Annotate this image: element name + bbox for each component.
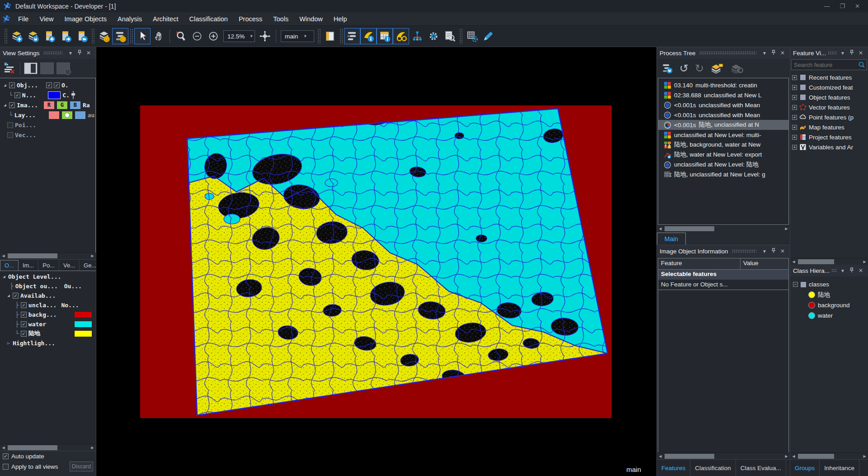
process-row[interactable]: 03.140 multi-threshold: creatin [658, 80, 788, 90]
maximize-button[interactable]: ❐ [840, 3, 845, 10]
pin-icon[interactable] [75, 50, 84, 56]
scroll-thumb[interactable] [665, 454, 714, 459]
zoom-level-combo[interactable]: 12.5% ▼ [223, 30, 255, 42]
process-row[interactable]: 陆地, water at New Level: export [658, 150, 788, 160]
blue-channel-cell[interactable] [75, 111, 86, 119]
toolbar-grip[interactable] [317, 29, 321, 44]
tree-row-image-data[interactable]: ◢ ✓ Ima... R G B Ra [1, 100, 95, 110]
toolbar-grip[interactable] [340, 29, 343, 44]
scroll-thumb[interactable] [8, 253, 57, 258]
tree-row-vectors[interactable]: Vec... [1, 130, 95, 140]
view-process-tree-button[interactable] [344, 28, 360, 44]
menu-image-objects[interactable]: Image Objects [60, 14, 112, 24]
scroll-right-icon[interactable]: ▶ [783, 454, 790, 458]
menu-architect[interactable]: Architect [148, 14, 183, 24]
scroll-left-icon[interactable]: ◀ [790, 260, 797, 264]
scroll-track[interactable] [797, 259, 861, 265]
apply-all-views-checkbox[interactable] [3, 464, 9, 470]
find-objects-button[interactable] [442, 28, 458, 44]
pin-icon[interactable] [769, 248, 778, 254]
expand-plus-icon[interactable]: + [792, 115, 797, 120]
zoom-select-button[interactable] [173, 28, 189, 44]
class-hierarchy-hscrollbar[interactable]: ◀ ▶ [790, 452, 868, 459]
panel-drag-handle[interactable] [831, 269, 836, 272]
pan-hand-button[interactable] [151, 28, 167, 44]
view-settings-hscrollbar[interactable]: ◀ ▶ [0, 252, 96, 259]
background-color-swatch[interactable] [74, 311, 92, 318]
feature-group-row[interactable]: + Vector features [792, 102, 868, 112]
save-process-icon[interactable] [661, 62, 673, 74]
auto-update-checkbox[interactable]: ✓ [3, 453, 9, 459]
feature-group-row[interactable]: + Variables and Ar [792, 142, 868, 152]
scroll-left-icon[interactable]: ◀ [657, 454, 664, 458]
tab-class-evaluation[interactable]: Class Evalua... [736, 460, 786, 476]
scroll-track[interactable] [664, 453, 783, 459]
transparency-slider-icon[interactable] [71, 91, 75, 99]
add-data-button[interactable] [41, 28, 57, 44]
feature-group-row[interactable]: + Point features (p [792, 112, 868, 122]
tree-row-background[interactable]: ├ ✓ backg... [0, 310, 96, 319]
panel-close-button[interactable]: ✕ [856, 50, 865, 56]
tab-classification[interactable]: Classification [690, 460, 736, 476]
expand-plus-icon[interactable]: + [792, 135, 797, 140]
scroll-left-icon[interactable]: ◀ [657, 227, 664, 231]
selectable-features-group-row[interactable]: Selectable features [658, 270, 788, 280]
panel-menu-button[interactable]: ▼ [760, 51, 769, 56]
checkbox[interactable] [7, 122, 13, 128]
blue-channel-header[interactable]: B [70, 101, 81, 109]
process-tree-toolbar-button[interactable] [112, 28, 128, 44]
panel-drag-handle[interactable] [699, 51, 757, 55]
map-combo[interactable]: main ▼ [281, 30, 314, 42]
expander-icon[interactable]: ◢ [6, 293, 11, 298]
expand-plus-icon[interactable]: + [792, 75, 797, 80]
feature-view-button[interactable] [377, 28, 393, 44]
scroll-left-icon[interactable]: ◀ [790, 454, 797, 458]
process-row-selected[interactable]: <0.001s 陆地, unclassified at N [658, 120, 788, 130]
pin-icon[interactable] [847, 50, 856, 56]
layout-compare-view-button[interactable] [57, 62, 70, 74]
tree-row-outline[interactable]: └ ✓ N... C. [1, 90, 95, 100]
expand-plus-icon[interactable]: + [792, 105, 797, 110]
edit-level-icon[interactable] [3, 62, 16, 75]
expand-plus-icon[interactable]: + [792, 95, 797, 100]
process-tree-hscrollbar[interactable]: ◀ ▶ [657, 225, 790, 232]
expander-icon[interactable]: ◢ [3, 83, 7, 87]
discard-button[interactable]: Discard [70, 462, 93, 471]
checkbox[interactable]: ✓ [14, 92, 20, 98]
tab-vectors[interactable]: Ve... [59, 261, 80, 271]
scroll-right-icon[interactable]: ▶ [861, 260, 868, 264]
tree-row-objects[interactable]: ◢ ✓ Obj... ✓ ✓ O. [1, 80, 95, 90]
save-project-button[interactable] [25, 28, 41, 44]
map-view-canvas[interactable]: main [96, 47, 656, 476]
toolbar-grip[interactable] [4, 29, 7, 44]
process-row[interactable]: unclassified at New Level: 陆地 [658, 160, 788, 170]
menu-classification[interactable]: Classification [184, 14, 232, 24]
red-channel-cell[interactable] [48, 111, 60, 119]
toolbar-grip[interactable] [130, 29, 133, 44]
red-channel-header[interactable]: R [43, 101, 55, 109]
zoom-in-button[interactable] [205, 28, 222, 44]
feature-group-row[interactable]: + Recent features [792, 72, 868, 82]
class-hierarchy-view-button[interactable] [393, 28, 409, 44]
scroll-track[interactable] [664, 226, 783, 232]
levels-hscrollbar[interactable]: ◀ ▶ [0, 444, 96, 451]
select-cursor-button[interactable] [134, 28, 151, 44]
panel-menu-button[interactable]: ▼ [760, 249, 769, 254]
panel-close-button[interactable]: ✕ [778, 248, 787, 254]
minimize-button[interactable]: — [824, 3, 830, 10]
menu-help[interactable]: Help [329, 14, 352, 24]
tab-inheritance[interactable]: Inheritance [820, 460, 859, 476]
image-object-info-hscrollbar[interactable]: ◀ ▶ [657, 452, 790, 459]
checkbox[interactable]: ✓ [9, 102, 15, 108]
tab-points[interactable]: Po... [38, 261, 59, 271]
open-workspace-button[interactable] [74, 28, 90, 44]
tree-row-water[interactable]: ├ ✓ water [0, 319, 96, 329]
water-color-swatch[interactable] [74, 321, 92, 328]
new-project-button[interactable] [9, 28, 25, 44]
feature-view-hscrollbar[interactable]: ◀ ▶ [790, 258, 868, 265]
object-hierarchy-button[interactable] [409, 28, 425, 44]
checkbox[interactable] [7, 132, 13, 138]
expand-plus-icon[interactable]: + [792, 145, 797, 150]
measure-tool-button[interactable] [480, 28, 496, 44]
scroll-right-icon[interactable]: ▶ [861, 454, 868, 458]
